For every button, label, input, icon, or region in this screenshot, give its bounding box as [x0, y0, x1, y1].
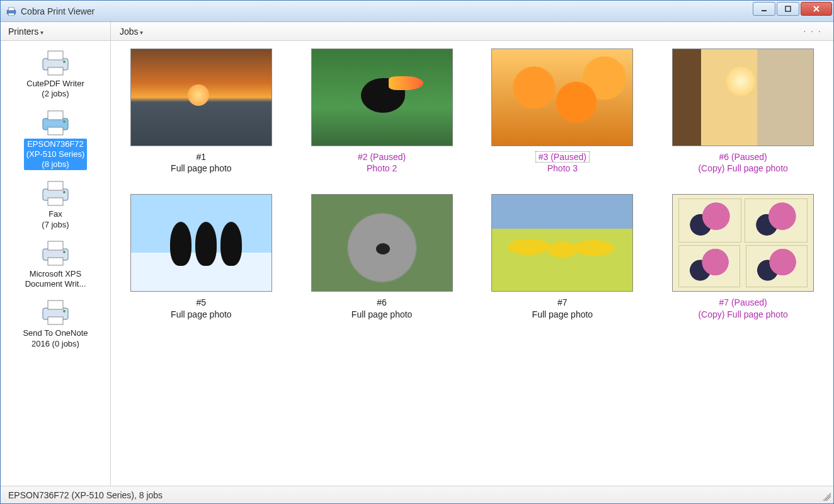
job-item[interactable]: #5 Full page photo	[123, 194, 279, 327]
job-label: #7 Full page photo	[532, 297, 593, 319]
job-title: Photo 2	[367, 163, 397, 173]
job-thumbnail[interactable]	[130, 49, 272, 146]
job-thumbnail[interactable]	[311, 194, 453, 292]
printer-icon	[40, 239, 71, 266]
job-number: #7 (Paused)	[719, 297, 767, 307]
job-thumbnail[interactable]	[672, 194, 814, 292]
printer-item[interactable]: EPSON736F72(XP-510 Series)(8 jobs)	[1, 106, 110, 177]
jobs-dropdown[interactable]: Jobs	[120, 26, 143, 37]
resize-grip[interactable]	[822, 492, 831, 501]
printer-name-line2: (XP-510 Series)	[26, 149, 84, 159]
printer-icon	[40, 298, 71, 326]
svg-rect-18	[48, 241, 63, 250]
job-item[interactable]: #3 (Paused) Photo 3	[485, 49, 641, 181]
printer-item[interactable]: Microsoft XPSDocument Writ...	[1, 236, 110, 296]
job-title: (Copy) Full page photo	[698, 163, 787, 173]
svg-rect-1	[9, 8, 14, 11]
app-icon	[6, 6, 17, 17]
job-thumbnail[interactable]	[672, 49, 814, 146]
job-number: #5	[197, 297, 207, 307]
job-number: #7	[557, 297, 568, 307]
svg-rect-11	[48, 127, 63, 135]
toolbar-jobs-section: Jobs · · ·	[111, 22, 833, 40]
job-thumbnail[interactable]	[491, 49, 633, 146]
svg-point-8	[63, 60, 66, 63]
job-title: (Copy) Full page photo	[698, 309, 787, 319]
svg-rect-2	[9, 13, 14, 16]
jobs-area: #1 Full page photo #2 (Paused) Photo 2 #…	[111, 41, 833, 486]
printer-name-line2: 2016 (0 jobs)	[31, 339, 79, 348]
job-item[interactable]: #6 (Paused) (Copy) Full page photo	[665, 49, 821, 181]
window-controls	[753, 2, 832, 16]
job-thumbnail[interactable]	[491, 194, 633, 292]
printer-name: EPSON736F72	[27, 139, 84, 149]
svg-rect-22	[48, 301, 63, 309]
printer-jobs-count: (7 jobs)	[42, 220, 69, 229]
maximize-button[interactable]	[777, 2, 799, 16]
printer-name-line2: Document Writ...	[25, 279, 86, 289]
job-thumbnail[interactable]	[130, 194, 272, 292]
svg-rect-15	[48, 198, 63, 205]
printer-name: Send To OneNote	[23, 328, 88, 338]
svg-rect-6	[48, 51, 63, 60]
svg-point-20	[63, 251, 66, 253]
job-label: #6 Full page photo	[351, 297, 413, 319]
job-item[interactable]: #7 (Paused) (Copy) Full page photo	[665, 194, 821, 327]
job-title: Full page photo	[171, 309, 232, 319]
job-number: #1	[197, 152, 207, 162]
printer-item[interactable]: CutePDF Writer(2 jobs)	[1, 46, 110, 106]
svg-rect-19	[48, 258, 63, 265]
job-item[interactable]: #1 Full page photo	[123, 49, 279, 181]
svg-rect-23	[48, 317, 63, 324]
jobs-grid: #1 Full page photo #2 (Paused) Photo 2 #…	[123, 49, 821, 328]
job-item[interactable]: #6 Full page photo	[304, 194, 460, 327]
job-item[interactable]: #2 (Paused) Photo 2	[304, 49, 460, 181]
printer-icon	[40, 179, 71, 207]
printer-item[interactable]: Fax(7 jobs)	[1, 176, 110, 236]
job-number: #6	[377, 297, 387, 307]
overflow-menu[interactable]: · · ·	[804, 26, 822, 36]
job-number: #2 (Paused)	[358, 152, 406, 162]
job-thumbnail[interactable]	[311, 49, 453, 146]
maximize-icon	[784, 5, 792, 13]
printer-jobs-count: (2 jobs)	[42, 89, 69, 98]
svg-point-24	[63, 310, 66, 312]
svg-rect-7	[48, 67, 63, 75]
job-label: #6 (Paused) (Copy) Full page photo	[698, 151, 787, 174]
job-title: Full page photo	[532, 309, 593, 319]
job-label: #2 (Paused) Photo 2	[358, 151, 406, 174]
printer-icon	[40, 49, 71, 76]
job-title: Full page photo	[171, 163, 232, 173]
minimize-button[interactable]	[753, 2, 775, 16]
svg-rect-4	[785, 6, 791, 11]
job-title: Photo 3	[547, 163, 578, 173]
printer-item[interactable]: Send To OneNote2016 (0 jobs)	[1, 295, 110, 355]
close-button[interactable]	[801, 2, 832, 16]
printer-name: CutePDF Writer	[26, 79, 84, 88]
printer-name: Fax	[49, 209, 62, 219]
svg-rect-14	[48, 181, 63, 190]
job-title: Full page photo	[351, 309, 413, 319]
svg-rect-3	[762, 10, 767, 11]
close-icon	[813, 5, 820, 13]
status-bar: EPSON736F72 (XP-510 Series), 8 jobs	[1, 486, 833, 503]
printer-icon	[40, 108, 71, 136]
job-number: #6 (Paused)	[719, 152, 767, 162]
status-text: EPSON736F72 (XP-510 Series), 8 jobs	[8, 490, 163, 500]
minimize-icon	[760, 5, 768, 13]
window-titlebar: Cobra Print Viewer	[1, 1, 833, 22]
job-label: #5 Full page photo	[171, 297, 232, 319]
content-area: CutePDF Writer(2 jobs) EPSON736F72(XP-51…	[1, 41, 833, 486]
job-label: #1 Full page photo	[171, 151, 232, 174]
toolbar-printers-section: Printers	[1, 22, 111, 40]
printers-dropdown[interactable]: Printers	[8, 26, 43, 37]
job-label: #3 (Paused) Photo 3	[535, 151, 590, 174]
svg-rect-10	[48, 111, 63, 120]
printer-jobs-count: (8 jobs)	[42, 159, 69, 169]
window-title: Cobra Print Viewer	[21, 6, 94, 16]
job-number: #3 (Paused)	[535, 151, 590, 163]
printer-name: Microsoft XPS	[30, 269, 81, 278]
job-item[interactable]: #7 Full page photo	[485, 194, 641, 327]
printers-sidebar: CutePDF Writer(2 jobs) EPSON736F72(XP-51…	[1, 41, 111, 486]
svg-point-16	[63, 191, 66, 193]
